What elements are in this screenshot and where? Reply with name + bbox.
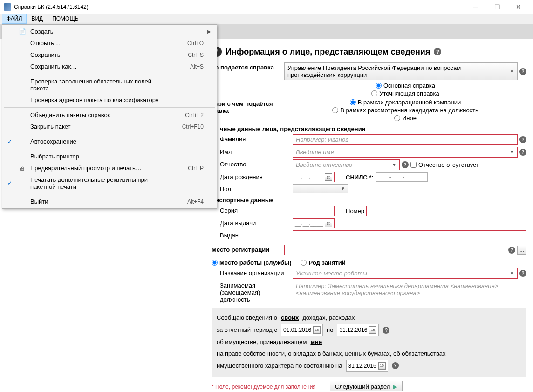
as-of-date[interactable]: 31.12.201615	[346, 360, 388, 372]
menu-item[interactable]: СохранитьCtrl+S	[3, 49, 216, 61]
personal-data-heading: чные данные лица, представляющего сведен…	[212, 125, 526, 132]
issue-date-label: Дата выдачи	[212, 218, 290, 227]
calendar-icon[interactable]: 15	[313, 326, 321, 334]
menu-item[interactable]: Открыть…Ctrl+O	[3, 37, 216, 49]
issued-by-label: Выдан	[212, 230, 290, 239]
occupation-radio[interactable]: Род занятий	[301, 259, 345, 266]
help-icon[interactable]: ?	[519, 270, 526, 277]
work-radio[interactable]: Место работы (службы)	[212, 259, 291, 266]
position-label: Занимаемая (замещаемая) должность	[212, 281, 290, 303]
required-footnote: * Поле, рекомендуемое для заполнения	[212, 384, 316, 390]
middlename-field[interactable]: Введите отчество▼	[293, 159, 400, 170]
reason-radio[interactable]: В рамках рассмотрения кандидата на должн…	[332, 107, 478, 114]
help-icon[interactable]: ?	[383, 327, 390, 334]
menu-item[interactable]: ✓Печатать дополнительные реквизиты при п…	[3, 174, 216, 193]
menu-help[interactable]: ПОМОЩЬ	[48, 14, 83, 24]
declaration-block: Сообщаю сведения о своих доходах, расход…	[212, 308, 526, 377]
maximize-button[interactable]: ☐	[486, 0, 508, 14]
reason-radio[interactable]: Иное	[394, 115, 417, 122]
menu-view[interactable]: ВИД	[27, 14, 48, 24]
reg-field[interactable]	[284, 245, 506, 255]
chevron-right-icon: ▶	[393, 383, 397, 390]
menu-item[interactable]: ✓Автосохранение	[3, 136, 216, 147]
help-icon[interactable]: ?	[434, 48, 441, 55]
menu-item[interactable]: Закрыть пакетCtrl+F10	[3, 121, 216, 132]
type-radio[interactable]: Основная справка	[376, 82, 435, 89]
issued-by-field[interactable]	[293, 230, 526, 241]
window-title: Справки БК (2.4.51471.6142)	[14, 4, 465, 10]
menu-item[interactable]: Проверка заполнения обязательных полей п…	[3, 76, 216, 94]
dest-dropdown[interactable]: Управление Президента Российской Федерац…	[284, 62, 518, 80]
help-icon[interactable]: ?	[508, 247, 515, 254]
form-panel: i Информация о лице, представляющем свед…	[205, 39, 533, 391]
series-field[interactable]	[293, 206, 335, 216]
section-heading: Информация о лице, представляющем сведен…	[226, 47, 430, 57]
issue-date-field[interactable]: __.__.____15	[293, 218, 335, 228]
type-radio[interactable]: Уточняющая справка	[371, 90, 439, 97]
next-section-button[interactable]: Следующий раздел▶	[330, 381, 403, 391]
close-button[interactable]: ✕	[508, 0, 529, 14]
org-label: Название организации	[212, 268, 290, 276]
sex-label: Пол	[212, 184, 290, 193]
reg-label: Место регистрации	[212, 245, 281, 253]
period-to[interactable]: 31.12.201615	[337, 324, 379, 336]
lastname-field[interactable]: Например: Иванов	[293, 134, 518, 145]
dob-field[interactable]: __.__.____15	[293, 172, 335, 182]
position-field[interactable]: Например: Заместитель начальника департа…	[293, 281, 526, 298]
number-field[interactable]	[366, 206, 422, 216]
help-icon[interactable]: ?	[519, 149, 526, 156]
menu-item[interactable]: 🖨Предварительный просмотр и печать…Ctrl+…	[3, 162, 216, 174]
menu-item[interactable]: ВыйтиAlt+F4	[3, 196, 216, 207]
no-middlename-checkbox[interactable]: Отчество отсутствует	[410, 161, 479, 168]
number-label: Номер	[346, 207, 364, 214]
menu-item[interactable]: Объединить пакеты справокCtrl+F2	[3, 109, 216, 121]
help-icon[interactable]: ?	[392, 362, 399, 369]
snils-field[interactable]: ___-___-___ __	[376, 172, 428, 182]
sex-dropdown[interactable]: ▼	[293, 184, 348, 193]
menu-item[interactable]: Выбрать принтер	[3, 151, 216, 162]
calendar-icon[interactable]: 15	[325, 220, 332, 227]
org-field[interactable]: Укажите место работы▼	[293, 268, 518, 279]
firstname-label: Имя	[212, 147, 290, 155]
calendar-icon[interactable]: 15	[378, 362, 386, 370]
reason-radio[interactable]: В рамках декларационной кампании	[350, 99, 461, 106]
middlename-label: Отчество	[212, 159, 290, 168]
help-icon[interactable]: ?	[519, 68, 526, 75]
browse-button[interactable]: …	[517, 246, 526, 255]
lastname-label: Фамилия	[212, 134, 290, 143]
file-menu-dropdown[interactable]: 📄Создать▶Открыть…Ctrl+OСохранитьCtrl+SСо…	[2, 24, 217, 209]
app-icon	[4, 3, 11, 11]
menu-item[interactable]: Проверка адресов пакета по классификатор…	[3, 94, 216, 106]
calendar-icon[interactable]: 15	[325, 173, 332, 181]
passport-heading: Паспортные данные	[212, 197, 526, 204]
menu-item[interactable]: Сохранить как…Alt+S	[3, 61, 216, 72]
help-icon[interactable]: ?	[402, 161, 409, 168]
dob-label: Дата рождения	[212, 172, 290, 180]
dest-label: да подается справка	[212, 62, 281, 71]
firstname-field[interactable]: Введите имя▼	[293, 147, 518, 158]
snils-label: СНИЛС *:	[346, 174, 374, 181]
help-icon[interactable]: ?	[519, 136, 526, 143]
menu-item[interactable]: 📄Создать▶	[3, 26, 216, 37]
calendar-icon[interactable]: 15	[369, 326, 376, 334]
period-from[interactable]: 01.01.201615	[281, 324, 323, 336]
series-label: Серия	[212, 206, 290, 214]
reason-label: вязи с чем подаётся равка	[212, 99, 281, 114]
menu-file[interactable]: ФАЙЛ	[2, 14, 27, 24]
minimize-button[interactable]: ─	[465, 0, 486, 14]
